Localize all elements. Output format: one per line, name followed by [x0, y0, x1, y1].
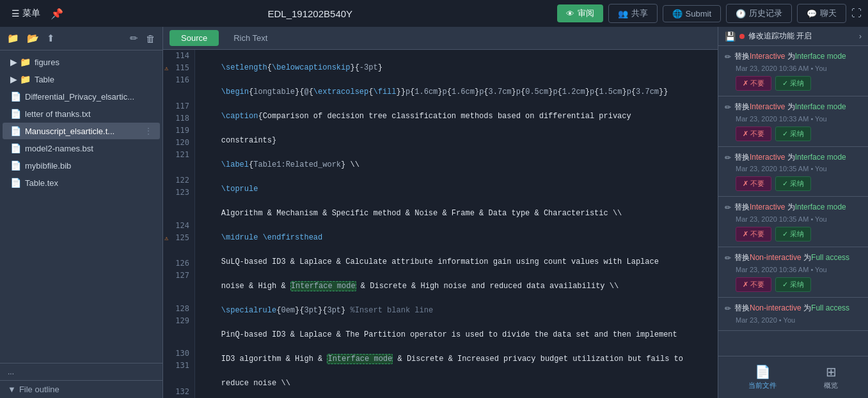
code-line: reduce noise \\ [200, 378, 718, 390]
tab-richtext[interactable]: Rich Text [221, 29, 280, 47]
change-description: 替换Interactive 为Interface mode [734, 152, 862, 163]
sidebar-item-tabletex[interactable]: 📄 Table.tex [3, 174, 160, 191]
reject-button[interactable]: ✗ 不要 [736, 227, 771, 241]
code-line: noise & High & Interface mode & Discrete… [200, 280, 718, 293]
line-num-114: 114 [163, 50, 194, 62]
item-more-icon[interactable]: ⋮ [145, 126, 152, 135]
share-button[interactable]: 👥 共享 [608, 4, 658, 23]
editor-content: 114 ⚠115 116 117 118 119 120 121 122 123… [163, 50, 718, 398]
track-settings-button[interactable]: › [859, 32, 862, 41]
edit-icon[interactable]: ✏ [725, 203, 731, 212]
accept-button[interactable]: ✓ 采纳 [775, 76, 811, 91]
fullscreen-button[interactable]: ⛶ [851, 8, 862, 19]
code-line: \begin{longtable}{@{\extracolsep{\fill}}… [200, 86, 718, 98]
line-num-116b [163, 86, 194, 100]
change-item-1: ✏ 替换Interactive 为Interface mode Mar 23, … [718, 46, 868, 96]
menu-button[interactable]: ☰ 菜单 [6, 5, 45, 22]
edit-icon[interactable]: ✏ [725, 103, 731, 112]
code-editor[interactable]: \setlength{\belowcaptionskip}{-3pt} \beg… [195, 50, 718, 398]
reject-button[interactable]: ✗ 不要 [736, 176, 771, 191]
history-button[interactable]: 🕐 历史记录 [726, 4, 792, 23]
reject-button[interactable]: ✗ 不要 [736, 277, 771, 292]
line-num-125: ⚠125 [163, 232, 194, 244]
line-num-123: 123 [163, 187, 194, 199]
accept-button[interactable]: ✓ 采纳 [775, 227, 811, 241]
change-actions: ✗ 不要 ✓ 采纳 [725, 126, 862, 141]
sidebar-item-figures[interactable]: ▶ 📁 figures [3, 54, 160, 70]
top-bar: ☰ 菜单 📌 EDL_191202B540Y 👁 审阅 👥 共享 🌐 Submi… [0, 0, 868, 27]
chevron-down-icon: ▼ [8, 385, 16, 394]
sidebar-footer: ... [0, 363, 162, 380]
reject-button[interactable]: ✗ 不要 [736, 76, 771, 91]
accept-button[interactable]: ✓ 采纳 [775, 126, 811, 141]
file-icon: 📄 [755, 364, 771, 379]
tab-source[interactable]: Source [170, 30, 219, 46]
file-outline-toggle[interactable]: ▼ File outline [0, 380, 162, 398]
line-num-118: 118 [163, 112, 194, 125]
change-description: 替换Non-interactive 为Full access [734, 303, 862, 314]
toolbar-open-button[interactable]: 📂 [25, 31, 41, 46]
sidebar-item-diff-priv[interactable]: 📄 Differential_Privacy_elsartic... [3, 88, 160, 105]
reject-button[interactable]: ✗ 不要 [736, 126, 771, 141]
menu-icon: ☰ [12, 8, 20, 19]
file-outline-label: File outline [19, 385, 59, 394]
line-num-131: 131 [163, 360, 194, 372]
change-header: ✏ 替换Non-interactive 为Full access [725, 252, 862, 263]
toolbar-edit-button[interactable]: ✏ [128, 31, 140, 46]
accept-button[interactable]: ✓ 采纳 [775, 176, 811, 191]
line-num-124: 124 [163, 220, 194, 232]
code-line: \toprule [200, 183, 718, 195]
code-line: PinQ-based ID3 & Laplace & The Partition… [200, 329, 718, 341]
sidebar-item-label: Table [35, 75, 152, 84]
sidebar-item-manuscript[interactable]: 📄 Manuscript_elsarticle.t... ⋮ [3, 123, 160, 139]
toolbar-delete-button[interactable]: 🗑 [144, 31, 157, 46]
review-button[interactable]: 👁 审阅 [557, 4, 603, 22]
submit-button[interactable]: 🌐 Submit [663, 5, 721, 22]
overview-button[interactable]: ⊞ 概览 [819, 362, 843, 393]
change-item-2: ✏ 替换Interactive 为Interface mode Mar 23, … [718, 96, 868, 147]
edit-icon[interactable]: ✏ [725, 304, 731, 313]
accept-button[interactable]: ✓ 采纳 [775, 277, 811, 292]
code-line: \specialrule{0em}{3pt}{3pt} %Insert blan… [200, 305, 718, 317]
sidebar-item-table[interactable]: ▶ 📁 Table [3, 71, 160, 88]
edit-icon[interactable]: ✏ [725, 52, 731, 61]
history-icon: 🕐 [736, 9, 746, 19]
sidebar-item-mybib[interactable]: 📄 mybibfile.bib [3, 157, 160, 174]
toolbar-new-folder-button[interactable]: 📁 [5, 31, 21, 46]
file-icon: 📄 [10, 91, 21, 102]
sidebar-item-letter[interactable]: 📄 letter of thanks.txt [3, 105, 160, 122]
current-file-label: 当前文件 [748, 381, 777, 390]
overview-label: 概览 [824, 381, 838, 390]
track-changes-header: 💾 修改追踪功能 开启 › [718, 27, 868, 46]
sidebar-more-button[interactable]: ... [8, 367, 14, 376]
sidebar-item-model2[interactable]: 📄 model2-names.bst [3, 140, 160, 157]
code-line: \label{Table1:Related_work} \\ [200, 159, 718, 171]
edit-icon[interactable]: ✏ [725, 254, 731, 263]
change-meta: Mar 23, 2020 10:36 AM • You [725, 65, 862, 72]
track-status-dot [739, 34, 745, 39]
change-meta: Mar 23, 2020 10:33 AM • You [725, 115, 862, 123]
toolbar-upload-button[interactable]: ⬆ [45, 31, 57, 46]
change-header: ✏ 替换Non-interactive 为Full access [725, 303, 862, 314]
right-panel: 💾 修改追踪功能 开启 › ✏ 替换Interactive 为Interface… [718, 27, 868, 398]
change-description: 替换Interactive 为Interface mode [734, 102, 862, 112]
overview-icon: ⊞ [826, 364, 837, 379]
change-meta: Mar 23, 2020 10:35 AM • You [725, 165, 862, 172]
change-header: ✏ 替换Interactive 为Interface mode [725, 202, 862, 213]
file-icon: 📄 [10, 178, 21, 188]
document-title: EDL_191202B540Y [68, 8, 552, 19]
sidebar-item-label: Table.tex [25, 178, 152, 188]
line-num-127: 127 [163, 270, 194, 282]
file-icon: 📄 [10, 143, 21, 153]
current-file-button[interactable]: 📄 当前文件 [743, 362, 782, 393]
changes-list: ✏ 替换Interactive 为Interface mode Mar 23, … [718, 46, 868, 356]
code-line: Algorithm & Mechanism & Specific method … [200, 208, 718, 220]
line-num-123b [163, 199, 194, 219]
change-actions: ✗ 不要 ✓ 采纳 [725, 176, 862, 191]
edit-icon[interactable]: ✏ [725, 153, 731, 162]
chat-button[interactable]: 💬 聊天 [797, 4, 846, 23]
line-num-119: 119 [163, 125, 194, 137]
line-num-122: 122 [163, 174, 194, 187]
line-num-127b [163, 282, 194, 302]
pin-icon[interactable]: 📌 [51, 8, 63, 20]
